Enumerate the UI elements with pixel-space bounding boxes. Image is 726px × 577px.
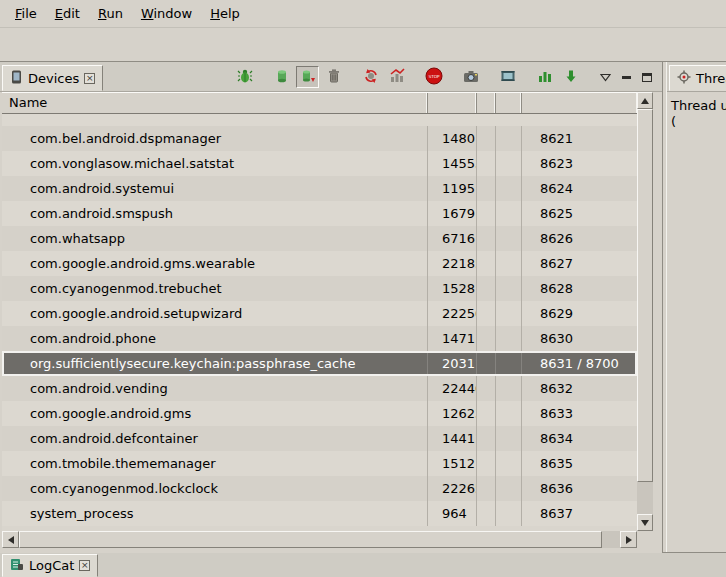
screen-capture-button[interactable] bbox=[459, 66, 482, 88]
process-port: 8631 / 8700 bbox=[522, 351, 637, 376]
process-port: 8625 bbox=[522, 201, 637, 226]
table-row[interactable]: com.vonglasow.michael.satstat 14553 8623 bbox=[2, 151, 637, 176]
table-row[interactable]: com.android.systemui 1195 8624 bbox=[2, 176, 637, 201]
table-row[interactable]: com.bel.android.dspmanager 1480 8621 bbox=[2, 126, 637, 151]
vertical-scroll-thumb[interactable] bbox=[637, 109, 653, 482]
process-name: com.cyanogenmod.trebuchet bbox=[2, 276, 428, 301]
empty-cell bbox=[496, 351, 522, 376]
scroll-right-button[interactable] bbox=[620, 531, 637, 548]
horizontal-scrollbar[interactable] bbox=[2, 531, 637, 548]
close-icon[interactable]: × bbox=[79, 560, 90, 571]
device-table-body: com.bel.android.dspmanager 1480 8621 com… bbox=[2, 114, 637, 531]
video-frames-icon bbox=[500, 68, 516, 87]
empty-cell bbox=[477, 126, 496, 151]
column-header-port[interactable] bbox=[522, 93, 637, 113]
column-header-pid[interactable] bbox=[428, 93, 477, 113]
devices-toolbar: STOP bbox=[233, 66, 662, 91]
empty-cell bbox=[496, 426, 522, 451]
process-port: 8628 bbox=[522, 276, 637, 301]
table-row[interactable]: com.android.smspush 1679 8625 bbox=[2, 201, 637, 226]
sysinfo-button[interactable] bbox=[533, 66, 556, 88]
process-pid: 22185 bbox=[428, 251, 477, 276]
capture-video-button[interactable] bbox=[496, 66, 519, 88]
process-port: 8623 bbox=[522, 151, 637, 176]
minimize-button[interactable] bbox=[617, 68, 635, 86]
process-port: 8634 bbox=[522, 426, 637, 451]
tab-devices[interactable]: Devices × bbox=[2, 65, 103, 91]
process-pid: 1512 bbox=[428, 451, 477, 476]
menu-item[interactable]: Run bbox=[89, 2, 132, 25]
table-row[interactable]: system_process 964 8637 bbox=[2, 501, 637, 526]
device-table-header: Name bbox=[2, 92, 637, 114]
table-row[interactable]: com.tmobile.thememanager 1512 8635 bbox=[2, 451, 637, 476]
column-header-blank2[interactable] bbox=[496, 93, 522, 113]
maximize-button[interactable] bbox=[638, 68, 656, 86]
dump-hprof-button[interactable] bbox=[296, 66, 319, 88]
tab-threads-label: Threads bbox=[696, 71, 726, 86]
table-row[interactable]: com.android.phone 1471 8630 bbox=[2, 326, 637, 351]
scroll-up-button[interactable] bbox=[637, 92, 653, 109]
table-row[interactable]: com.google.android.gms 12623 8633 bbox=[2, 401, 637, 426]
table-row[interactable]: com.google.android.setupwizard 22250 862… bbox=[2, 301, 637, 326]
menu-item[interactable]: Window bbox=[132, 2, 201, 25]
cause-gc-button[interactable] bbox=[322, 66, 345, 88]
empty-cell bbox=[477, 326, 496, 351]
minimize-icon bbox=[622, 76, 631, 79]
stop-process-button[interactable]: STOP bbox=[422, 66, 445, 88]
table-row[interactable]: com.android.defcontainer 14411 8634 bbox=[2, 426, 637, 451]
empty-cell bbox=[496, 301, 522, 326]
process-name: org.sufficientlysecure.keychain:passphra… bbox=[2, 351, 428, 376]
close-icon[interactable]: × bbox=[84, 73, 95, 84]
empty-cell bbox=[477, 351, 496, 376]
empty-cell bbox=[477, 151, 496, 176]
method-profiling-button[interactable] bbox=[385, 66, 408, 88]
process-name: com.tmobile.thememanager bbox=[2, 451, 428, 476]
devices-tab-strip: Devices × bbox=[0, 62, 662, 92]
empty-cell bbox=[496, 126, 522, 151]
scroll-track[interactable] bbox=[602, 531, 620, 548]
view-menu-button[interactable] bbox=[596, 68, 614, 86]
empty-cell bbox=[477, 176, 496, 201]
process-pid: 1528 bbox=[428, 276, 477, 301]
menu-item[interactable]: Edit bbox=[46, 2, 89, 25]
process-name: com.google.android.gms.wearable bbox=[2, 251, 428, 276]
process-pid: 14411 bbox=[428, 426, 477, 451]
menu-bar: FileEditRunWindowHelp bbox=[0, 0, 726, 27]
table-row[interactable]: com.whatsapp 6716 8626 bbox=[2, 226, 637, 251]
process-name: system_process bbox=[2, 501, 428, 526]
green-columns-icon bbox=[537, 68, 553, 87]
vertical-scrollbar[interactable] bbox=[637, 92, 653, 531]
process-port: 8635 bbox=[522, 451, 637, 476]
update-heap-button[interactable] bbox=[270, 66, 293, 88]
table-row[interactable]: com.cyanogenmod.lockclock 22265 8636 bbox=[2, 476, 637, 501]
empty-cell bbox=[496, 501, 522, 526]
table-row[interactable]: com.android.vending 22440 8632 bbox=[2, 376, 637, 401]
column-header-blank1[interactable] bbox=[477, 93, 496, 113]
empty-cell bbox=[496, 276, 522, 301]
process-pid: 964 bbox=[428, 501, 477, 526]
empty-cell bbox=[477, 201, 496, 226]
table-row[interactable]: org.sufficientlysecure.keychain:passphra… bbox=[2, 351, 637, 376]
tab-logcat[interactable]: LogCat × bbox=[2, 554, 98, 577]
table-row[interactable]: com.google.android.gms.wearable 22185 86… bbox=[2, 251, 637, 276]
process-port: 8633 bbox=[522, 401, 637, 426]
scroll-down-button[interactable] bbox=[637, 514, 653, 531]
empty-cell bbox=[496, 376, 522, 401]
debug-process-button[interactable] bbox=[233, 66, 256, 88]
update-threads-button[interactable] bbox=[359, 66, 382, 88]
process-name: com.google.android.gms bbox=[2, 401, 428, 426]
column-header-name[interactable]: Name bbox=[2, 93, 428, 113]
table-row[interactable]: com.cyanogenmod.trebuchet 1528 8628 bbox=[2, 276, 637, 301]
menu-item[interactable]: File bbox=[6, 2, 46, 25]
partial-row bbox=[2, 114, 637, 126]
empty-cell bbox=[496, 251, 522, 276]
update-threads-icon bbox=[363, 68, 379, 87]
pull-file-button[interactable] bbox=[559, 66, 582, 88]
empty-cell bbox=[496, 476, 522, 501]
tab-threads[interactable]: Threads bbox=[669, 65, 726, 91]
process-pid: 12623 bbox=[428, 401, 477, 426]
process-name: com.android.systemui bbox=[2, 176, 428, 201]
horizontal-scroll-thumb[interactable] bbox=[19, 531, 602, 548]
menu-item[interactable]: Help bbox=[201, 2, 249, 25]
scroll-left-button[interactable] bbox=[2, 531, 19, 548]
